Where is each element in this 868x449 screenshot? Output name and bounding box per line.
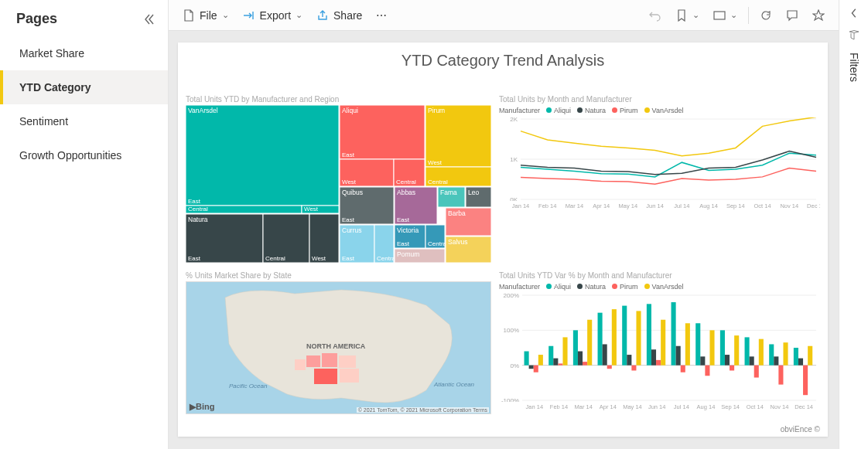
svg-text:Quibus: Quibus [342,189,363,196]
svg-rect-99 [553,359,558,366]
svg-rect-94 [720,330,725,365]
svg-rect-92 [672,302,676,366]
page-tab-sentiment[interactable]: Sentiment [0,104,168,138]
svg-rect-129 [709,330,714,365]
svg-rect-119 [754,366,759,378]
expand-filters-icon[interactable] [849,8,859,19]
export-menu[interactable]: Export⌄ [237,6,309,25]
svg-text:Apr 14: Apr 14 [600,403,617,410]
filters-label: Filters [848,53,860,82]
svg-text:Central: Central [188,206,208,213]
svg-text:Mar 14: Mar 14 [574,403,592,410]
legend-item[interactable]: Aliqui [546,283,571,291]
svg-text:Dec 14: Dec 14 [807,202,820,209]
toolbar: File⌄ Export⌄ Share ⋯ ⌄ ⌄ [169,0,839,31]
svg-text:Oct 14: Oct 14 [754,202,771,209]
svg-rect-104 [676,346,681,366]
report-canvas: YTD Category Trend Analysis Total Units … [178,43,828,437]
svg-text:Nov 14: Nov 14 [771,403,789,410]
svg-text:Abbas: Abbas [397,189,415,196]
svg-text:2K: 2K [510,117,518,123]
favorite-button[interactable] [806,6,831,25]
filters-pane[interactable]: Filters [839,0,868,449]
svg-rect-106 [725,355,730,366]
refresh-button[interactable] [754,6,778,25]
svg-rect-128 [685,323,690,365]
svg-rect-91 [647,304,651,365]
svg-text:Jul 14: Jul 14 [674,403,689,410]
svg-rect-120 [778,366,783,385]
svg-text:Jun 14: Jun 14 [646,202,664,209]
svg-text:VanArsdel: VanArsdel [188,107,218,114]
svg-text:200%: 200% [504,294,519,299]
svg-rect-93 [695,323,700,365]
svg-text:Jul 14: Jul 14 [674,202,689,209]
file-menu[interactable]: File⌄ [176,6,235,25]
legend-item[interactable]: Aliqui [546,107,571,114]
comment-button[interactable] [780,6,805,25]
svg-text:East: East [188,198,201,205]
svg-rect-109 [798,359,803,366]
svg-rect-111 [558,363,562,365]
svg-rect-115 [656,360,661,366]
svg-text:West: West [304,206,319,213]
svg-text:Dec 14: Dec 14 [795,403,813,410]
legend-item[interactable]: Natura [577,283,606,291]
svg-rect-123 [562,337,567,365]
svg-text:Victoria: Victoria [397,226,419,234]
share-button[interactable]: Share [310,6,368,25]
page-tab-growth-opportunities[interactable]: Growth Opportunities [0,138,168,172]
pages-sidebar: Pages Market ShareYTD CategorySentimentG… [0,0,169,449]
svg-rect-133 [808,346,812,366]
bookmark-menu[interactable]: ⌄ [669,6,706,25]
map-visual[interactable]: % Units Market Share by State N [186,271,491,415]
svg-text:Central: Central [396,179,416,185]
svg-rect-100 [578,352,583,366]
svg-text:East: East [342,255,355,262]
legend-item[interactable]: Pirum [612,107,638,114]
undo-button[interactable] [643,6,668,25]
svg-rect-90 [622,306,627,366]
treemap-visual[interactable]: Total Units YTD by Manufacturer and Regi… [186,95,491,262]
svg-text:Sep 14: Sep 14 [721,403,740,410]
svg-rect-72 [306,355,320,367]
svg-rect-77 [295,359,306,370]
line-chart-visual[interactable]: Total Units by Month and Manufacturer Ma… [499,95,820,197]
bar-chart-visual[interactable]: Total Units YTD Var % by Month and Manuf… [499,271,820,415]
legend-item[interactable]: Pirum [612,283,638,291]
view-menu[interactable]: ⌄ [707,6,743,25]
svg-text:West: West [312,255,326,262]
svg-rect-130 [734,335,739,366]
legend-item[interactable]: VanArsdel [644,283,684,291]
svg-text:Pomum: Pomum [397,250,419,258]
svg-rect-124 [587,320,592,366]
page-tab-market-share[interactable]: Market Share [0,36,168,70]
svg-text:Central: Central [428,179,448,185]
svg-text:Aug 14: Aug 14 [699,202,718,209]
svg-text:0%: 0% [510,362,519,369]
svg-rect-103 [651,349,656,365]
svg-rect-112 [583,362,587,366]
collapse-sidebar-icon[interactable] [143,13,155,26]
svg-rect-1 [186,105,339,206]
legend-item[interactable]: Natura [577,107,606,114]
svg-text:Jan 14: Jan 14 [512,202,530,209]
svg-rect-74 [339,355,356,368]
svg-rect-121 [803,366,808,396]
svg-rect-97 [794,348,798,366]
svg-text:Fama: Fama [440,189,457,196]
svg-text:Currus: Currus [342,226,362,234]
svg-rect-101 [603,344,607,365]
svg-rect-98 [529,366,534,369]
svg-rect-0 [714,12,725,19]
legend-item[interactable]: VanArsdel [644,107,684,114]
svg-text:Central: Central [265,255,285,262]
more-options[interactable]: ⋯ [370,6,393,25]
svg-text:East: East [342,151,355,158]
page-tab-ytd-category[interactable]: YTD Category [0,70,168,104]
svg-text:Aliqui: Aliqui [342,107,358,114]
svg-rect-132 [783,342,788,365]
report-title: YTD Category Trend Analysis [178,43,828,74]
svg-rect-108 [774,356,778,365]
svg-rect-125 [612,309,617,366]
